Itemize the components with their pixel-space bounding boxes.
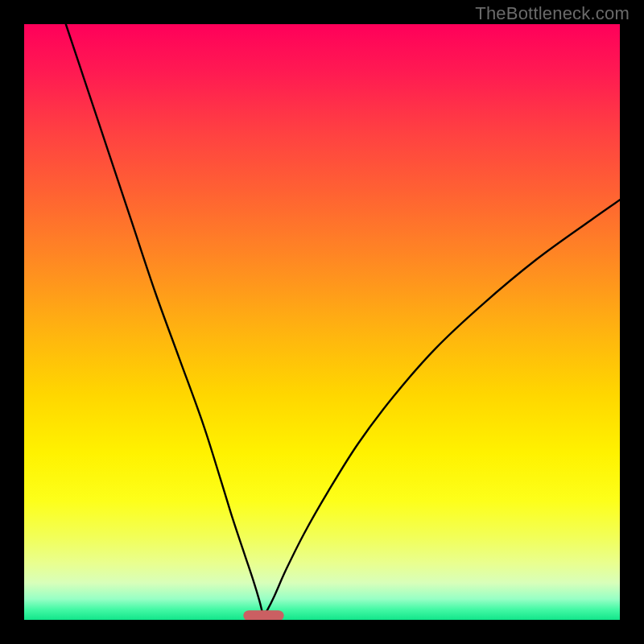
plot-svg <box>24 24 620 620</box>
chart-frame: TheBottleneck.com <box>0 0 644 644</box>
watermark-text: TheBottleneck.com <box>475 3 630 24</box>
optimum-marker <box>243 610 283 620</box>
plot-area <box>24 24 620 620</box>
gradient-background <box>24 24 620 620</box>
